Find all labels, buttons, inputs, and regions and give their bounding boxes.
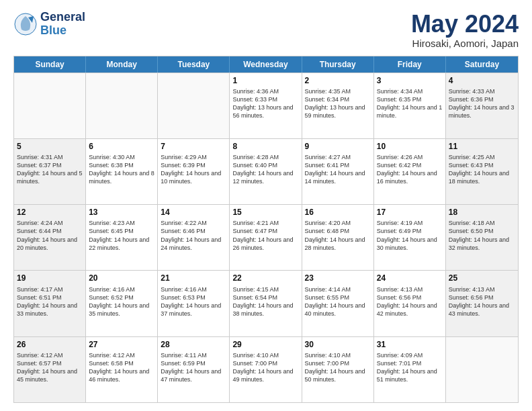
sunrise-text: Sunrise: 4:27 AM <box>305 153 371 161</box>
cal-cell-30: 30Sunrise: 4:10 AMSunset: 7:00 PMDayligh… <box>302 337 374 402</box>
sunset-text: Sunset: 6:48 PM <box>305 227 371 235</box>
sunrise-text: Sunrise: 4:36 AM <box>232 87 298 95</box>
calendar-row-0: 1Sunrise: 4:36 AMSunset: 6:33 PMDaylight… <box>14 73 518 138</box>
sunset-text: Sunset: 6:52 PM <box>89 293 154 302</box>
sunset-text: Sunset: 6:35 PM <box>377 95 443 103</box>
day-number: 28 <box>161 339 226 350</box>
day-number: 22 <box>232 273 298 283</box>
sunset-text: Sunset: 6:57 PM <box>17 359 83 367</box>
cal-cell-17: 17Sunrise: 4:19 AMSunset: 6:49 PMDayligh… <box>374 205 446 270</box>
sunrise-text: Sunrise: 4:33 AM <box>449 87 515 95</box>
cal-cell-19: 19Sunrise: 4:17 AMSunset: 6:51 PMDayligh… <box>14 271 86 336</box>
sunset-text: Sunset: 6:49 PM <box>377 227 443 235</box>
sunset-text: Sunset: 6:45 PM <box>89 227 154 235</box>
cal-cell-28: 28Sunrise: 4:11 AMSunset: 6:59 PMDayligh… <box>158 337 230 402</box>
sunset-text: Sunset: 6:43 PM <box>449 161 515 169</box>
day-number: 18 <box>449 207 515 218</box>
page: General Blue May 2024 Hirosaki, Aomori, … <box>0 0 532 411</box>
day-number: 29 <box>232 339 298 350</box>
day-number: 26 <box>17 339 83 350</box>
daylight-text: Daylight: 14 hours and 28 minutes. <box>305 236 371 252</box>
sunset-text: Sunset: 6:56 PM <box>377 293 443 302</box>
daylight-text: Daylight: 14 hours and 46 minutes. <box>89 367 154 383</box>
daylight-text: Daylight: 14 hours and 50 minutes. <box>305 367 371 383</box>
cal-cell-22: 22Sunrise: 4:15 AMSunset: 6:54 PMDayligh… <box>230 271 302 336</box>
cal-cell-8: 8Sunrise: 4:28 AMSunset: 6:40 PMDaylight… <box>230 139 302 204</box>
sunrise-text: Sunrise: 4:15 AM <box>232 285 298 293</box>
cal-cell-empty <box>446 337 518 402</box>
cal-cell-13: 13Sunrise: 4:23 AMSunset: 6:45 PMDayligh… <box>86 205 158 270</box>
sunset-text: Sunset: 6:39 PM <box>161 161 226 169</box>
sunset-text: Sunset: 6:44 PM <box>17 227 83 235</box>
day-number: 16 <box>305 207 371 218</box>
daylight-text: Daylight: 14 hours and 14 minutes. <box>305 169 371 185</box>
day-number: 10 <box>377 141 443 152</box>
sunrise-text: Sunrise: 4:11 AM <box>161 351 226 359</box>
cal-cell-6: 6Sunrise: 4:30 AMSunset: 6:38 PMDaylight… <box>86 139 158 204</box>
sunrise-text: Sunrise: 4:26 AM <box>377 153 443 161</box>
daylight-text: Daylight: 14 hours and 22 minutes. <box>89 236 154 252</box>
sunset-text: Sunset: 7:00 PM <box>232 359 298 367</box>
calendar-row-1: 5Sunrise: 4:31 AMSunset: 6:37 PMDaylight… <box>14 138 518 204</box>
day-number: 6 <box>89 141 154 152</box>
cal-cell-25: 25Sunrise: 4:13 AMSunset: 6:56 PMDayligh… <box>446 271 518 336</box>
daylight-text: Daylight: 14 hours and 32 minutes. <box>449 236 515 252</box>
calendar-title: May 2024 <box>411 11 519 38</box>
cal-cell-5: 5Sunrise: 4:31 AMSunset: 6:37 PMDaylight… <box>14 139 86 204</box>
day-number: 3 <box>377 75 443 86</box>
cal-cell-10: 10Sunrise: 4:26 AMSunset: 6:42 PMDayligh… <box>374 139 446 204</box>
day-number: 25 <box>449 273 515 283</box>
daylight-text: Daylight: 14 hours and 45 minutes. <box>17 367 83 383</box>
cal-cell-18: 18Sunrise: 4:18 AMSunset: 6:50 PMDayligh… <box>446 205 518 270</box>
sunset-text: Sunset: 6:51 PM <box>17 293 83 302</box>
header-cell-wednesday: Wednesday <box>230 56 302 73</box>
sunset-text: Sunset: 6:47 PM <box>232 227 298 235</box>
daylight-text: Daylight: 14 hours and 20 minutes. <box>17 236 83 252</box>
sunrise-text: Sunrise: 4:24 AM <box>17 219 83 227</box>
daylight-text: Daylight: 14 hours and 42 minutes. <box>377 302 443 318</box>
day-number: 24 <box>377 273 443 283</box>
daylight-text: Daylight: 14 hours and 8 minutes. <box>89 169 154 185</box>
sunset-text: Sunset: 6:38 PM <box>89 161 154 169</box>
sunrise-text: Sunrise: 4:21 AM <box>232 219 298 227</box>
day-number: 17 <box>377 207 443 218</box>
calendar-row-3: 19Sunrise: 4:17 AMSunset: 6:51 PMDayligh… <box>14 270 518 336</box>
header-cell-friday: Friday <box>374 56 446 73</box>
day-number: 19 <box>17 273 83 283</box>
sunrise-text: Sunrise: 4:12 AM <box>17 351 83 359</box>
daylight-text: Daylight: 14 hours and 49 minutes. <box>232 367 298 383</box>
title-block: May 2024 Hirosaki, Aomori, Japan <box>411 11 519 49</box>
sunset-text: Sunset: 6:33 PM <box>232 95 298 103</box>
logo-line1: General <box>40 11 85 24</box>
sunrise-text: Sunrise: 4:34 AM <box>377 87 443 95</box>
day-number: 15 <box>232 207 298 218</box>
sunset-text: Sunset: 6:36 PM <box>449 95 515 103</box>
daylight-text: Daylight: 14 hours and 38 minutes. <box>232 302 298 318</box>
daylight-text: Daylight: 14 hours and 1 minute. <box>377 103 443 120</box>
day-number: 8 <box>232 141 298 152</box>
sunrise-text: Sunrise: 4:09 AM <box>377 351 443 359</box>
daylight-text: Daylight: 14 hours and 30 minutes. <box>377 236 443 252</box>
daylight-text: Daylight: 14 hours and 5 minutes. <box>17 169 83 185</box>
cal-cell-23: 23Sunrise: 4:14 AMSunset: 6:55 PMDayligh… <box>302 271 374 336</box>
daylight-text: Daylight: 14 hours and 16 minutes. <box>377 169 443 185</box>
sunrise-text: Sunrise: 4:25 AM <box>449 153 515 161</box>
cal-cell-1: 1Sunrise: 4:36 AMSunset: 6:33 PMDaylight… <box>230 73 302 138</box>
header-cell-thursday: Thursday <box>302 56 374 73</box>
cal-cell-29: 29Sunrise: 4:10 AMSunset: 7:00 PMDayligh… <box>230 337 302 402</box>
sunset-text: Sunset: 6:56 PM <box>449 293 515 302</box>
logo-line2: Blue <box>40 24 85 38</box>
sunset-text: Sunset: 6:40 PM <box>232 161 298 169</box>
day-number: 23 <box>305 273 371 283</box>
day-number: 2 <box>305 75 371 86</box>
sunrise-text: Sunrise: 4:35 AM <box>305 87 371 95</box>
header: General Blue May 2024 Hirosaki, Aomori, … <box>13 11 519 49</box>
header-cell-monday: Monday <box>86 56 158 73</box>
daylight-text: Daylight: 13 hours and 56 minutes. <box>232 103 298 120</box>
sunset-text: Sunset: 6:42 PM <box>377 161 443 169</box>
cal-cell-31: 31Sunrise: 4:09 AMSunset: 7:01 PMDayligh… <box>374 337 446 402</box>
calendar-row-2: 12Sunrise: 4:24 AMSunset: 6:44 PMDayligh… <box>14 204 518 270</box>
cal-cell-empty <box>14 73 86 138</box>
calendar: SundayMondayTuesdayWednesdayThursdayFrid… <box>13 56 519 403</box>
sunrise-text: Sunrise: 4:16 AM <box>161 285 226 293</box>
